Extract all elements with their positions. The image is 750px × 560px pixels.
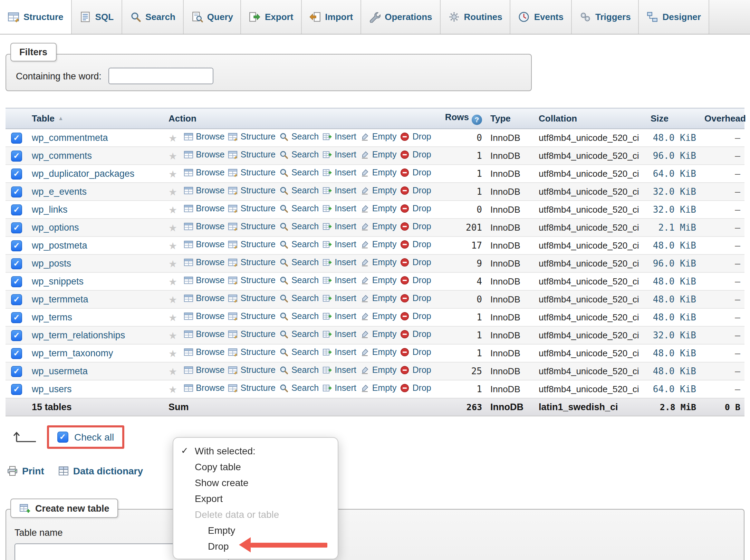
action-empty-link[interactable]: Empty [360, 329, 397, 339]
table-name-link[interactable]: wp_postmeta [32, 240, 87, 251]
action-drop-link[interactable]: Drop [400, 240, 431, 249]
action-browse-link[interactable]: Browse [183, 132, 224, 142]
tab-routines[interactable]: Routines [440, 0, 510, 34]
action-insert-link[interactable]: Insert [322, 186, 356, 195]
favorite-star-icon[interactable] [169, 312, 177, 323]
action-structure-link[interactable]: Structure [228, 186, 276, 195]
favorite-star-icon[interactable] [169, 348, 177, 359]
table-name-link[interactable]: wp_links [32, 204, 68, 215]
action-structure-link[interactable]: Structure [228, 365, 276, 375]
row-checkbox[interactable] [11, 204, 22, 215]
action-browse-link[interactable]: Browse [183, 186, 224, 195]
action-structure-link[interactable]: Structure [228, 204, 276, 213]
action-search-link[interactable]: Search [279, 365, 319, 375]
action-empty-link[interactable]: Empty [360, 132, 397, 142]
row-checkbox[interactable] [11, 294, 22, 305]
sort-by-overhead-link[interactable]: Overhead [704, 113, 746, 124]
action-browse-link[interactable]: Browse [183, 365, 224, 375]
action-empty-link[interactable]: Empty [360, 347, 397, 357]
action-structure-link[interactable]: Structure [228, 258, 276, 267]
action-browse-link[interactable]: Browse [183, 258, 224, 267]
favorite-star-icon[interactable] [169, 384, 177, 395]
action-browse-link[interactable]: Browse [183, 276, 224, 285]
action-empty-link[interactable]: Empty [360, 383, 397, 393]
action-insert-link[interactable]: Insert [322, 276, 356, 285]
action-browse-link[interactable]: Browse [183, 347, 224, 357]
action-drop-link[interactable]: Drop [400, 204, 431, 213]
action-insert-link[interactable]: Insert [322, 168, 356, 177]
action-drop-link[interactable]: Drop [400, 293, 431, 303]
tab-designer[interactable]: Designer [639, 0, 709, 34]
sort-by-collation-link[interactable]: Collation [539, 113, 577, 124]
tab-events[interactable]: Events [511, 0, 572, 34]
row-checkbox[interactable] [11, 240, 22, 251]
action-search-link[interactable]: Search [279, 329, 319, 339]
action-search-link[interactable]: Search [279, 311, 319, 321]
action-browse-link[interactable]: Browse [183, 168, 224, 177]
action-structure-link[interactable]: Structure [228, 132, 276, 142]
table-name-link[interactable]: wp_snippets [32, 276, 84, 287]
row-checkbox[interactable] [11, 168, 22, 179]
action-empty-link[interactable]: Empty [360, 365, 397, 375]
action-insert-link[interactable]: Insert [322, 311, 356, 321]
action-empty-link[interactable]: Empty [360, 240, 397, 249]
tab-operations[interactable]: Operations [361, 0, 440, 34]
action-browse-link[interactable]: Browse [183, 383, 224, 393]
action-drop-link[interactable]: Drop [400, 168, 431, 177]
row-checkbox[interactable] [11, 222, 22, 233]
action-drop-link[interactable]: Drop [400, 383, 431, 393]
action-structure-link[interactable]: Structure [228, 329, 276, 339]
action-insert-link[interactable]: Insert [322, 347, 356, 357]
menu-item-show-create[interactable]: Show create [173, 474, 338, 490]
action-empty-link[interactable]: Empty [360, 150, 397, 160]
action-search-link[interactable]: Search [279, 258, 319, 267]
action-search-link[interactable]: Search [279, 222, 319, 231]
action-insert-link[interactable]: Insert [322, 365, 356, 375]
table-name-link[interactable]: wp_e_events [32, 186, 87, 197]
tab-import[interactable]: Import [301, 0, 361, 34]
favorite-star-icon[interactable] [169, 240, 177, 251]
tab-triggers[interactable]: Triggers [572, 0, 639, 34]
action-browse-link[interactable]: Browse [183, 240, 224, 249]
action-empty-link[interactable]: Empty [360, 293, 397, 303]
action-structure-link[interactable]: Structure [228, 293, 276, 303]
action-empty-link[interactable]: Empty [360, 186, 397, 195]
action-empty-link[interactable]: Empty [360, 204, 397, 213]
action-browse-link[interactable]: Browse [183, 293, 224, 303]
menu-item-export[interactable]: Export [173, 490, 338, 506]
row-checkbox[interactable] [11, 384, 22, 395]
action-search-link[interactable]: Search [279, 132, 319, 142]
menu-item-copy-table[interactable]: Copy table [173, 458, 338, 474]
data-dictionary-link[interactable]: Data dictionary [58, 465, 143, 476]
action-search-link[interactable]: Search [279, 186, 319, 195]
filter-word-input[interactable] [108, 68, 213, 84]
action-drop-link[interactable]: Drop [400, 186, 431, 195]
table-name-link[interactable]: wp_duplicator_packages [32, 168, 134, 179]
action-insert-link[interactable]: Insert [322, 293, 356, 303]
row-checkbox[interactable] [11, 276, 22, 287]
action-drop-link[interactable]: Drop [400, 329, 431, 339]
action-browse-link[interactable]: Browse [183, 222, 224, 231]
action-drop-link[interactable]: Drop [400, 150, 431, 160]
table-name-link[interactable]: wp_usermeta [32, 366, 88, 376]
action-search-link[interactable]: Search [279, 383, 319, 393]
action-structure-link[interactable]: Structure [228, 311, 276, 321]
menu-item-with-selected[interactable]: With selected: [173, 443, 338, 458]
favorite-star-icon[interactable] [169, 366, 177, 377]
action-structure-link[interactable]: Structure [228, 347, 276, 357]
favorite-star-icon[interactable] [169, 204, 177, 215]
action-search-link[interactable]: Search [279, 240, 319, 249]
action-browse-link[interactable]: Browse [183, 329, 224, 339]
favorite-star-icon[interactable] [169, 330, 177, 341]
action-search-link[interactable]: Search [279, 276, 319, 285]
action-empty-link[interactable]: Empty [360, 276, 397, 285]
favorite-star-icon[interactable] [169, 222, 177, 233]
action-structure-link[interactable]: Structure [228, 276, 276, 285]
table-name-link[interactable]: wp_commentmeta [32, 133, 108, 143]
favorite-star-icon[interactable] [169, 186, 177, 197]
action-insert-link[interactable]: Insert [322, 329, 356, 339]
action-drop-link[interactable]: Drop [400, 311, 431, 321]
action-structure-link[interactable]: Structure [228, 168, 276, 177]
tab-structure[interactable]: Structure [0, 0, 72, 34]
action-browse-link[interactable]: Browse [183, 204, 224, 213]
